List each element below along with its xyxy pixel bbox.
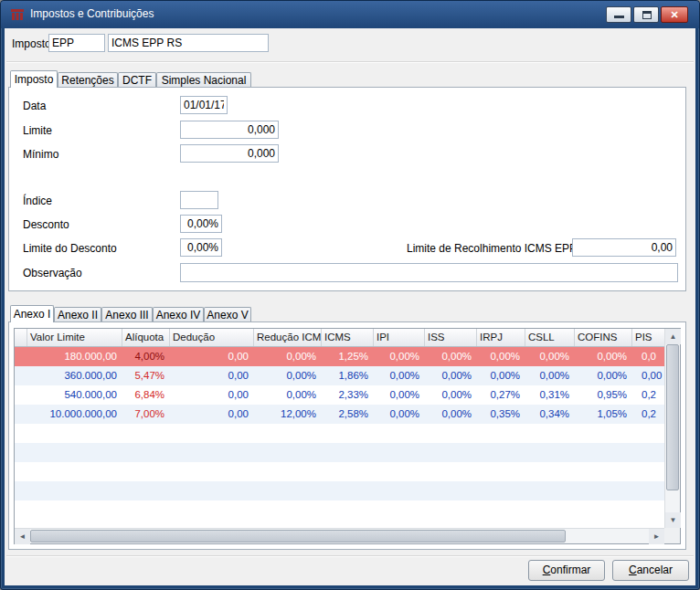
minimize-button[interactable] xyxy=(606,6,631,23)
column-header-deducao[interactable]: Dedução xyxy=(170,329,254,346)
cell-ipi: 0,00% xyxy=(374,405,425,424)
horizontal-scrollbar[interactable]: ◄ ► xyxy=(15,528,664,543)
cell-aliquota: 5,47% xyxy=(122,366,170,385)
tab-anexo-iv[interactable]: Anexo IV xyxy=(153,307,204,322)
minimo-label: Mínimo xyxy=(23,148,58,161)
tab-anexo-i[interactable]: Anexo I xyxy=(10,305,54,322)
close-button[interactable]: ✕ xyxy=(661,6,688,23)
desconto-label: Desconto xyxy=(23,218,69,231)
column-header-cofins[interactable]: COFINS xyxy=(575,329,632,346)
cell-iss: 0,00% xyxy=(425,405,477,424)
column-header-valor-limite[interactable]: Valor Limite xyxy=(27,329,122,346)
indice-label: Índice xyxy=(23,195,52,207)
scroll-down-icon[interactable]: ▼ xyxy=(665,512,681,528)
cell-ipi: 0,00% xyxy=(374,385,425,405)
cell-deducao: 0,00 xyxy=(170,347,254,366)
column-header-irpj[interactable]: IRPJ xyxy=(477,329,525,346)
client-area: Imposto Imposto Retenções DCTF Simples N… xyxy=(5,28,695,585)
cell-reducao-icms: 0,00% xyxy=(254,347,322,366)
maximize-button[interactable] xyxy=(633,6,659,23)
cell-pis: 0,00 xyxy=(632,366,664,385)
column-header-csll[interactable]: CSLL xyxy=(525,329,575,346)
observacao-field[interactable] xyxy=(180,263,678,282)
cell-ipi: 0,00% xyxy=(374,366,425,385)
column-header-reducao-icms[interactable]: Redução ICMS xyxy=(254,329,322,346)
imposto-description-field[interactable] xyxy=(108,34,269,52)
limite-desconto-field[interactable] xyxy=(180,238,222,257)
cell-deducao: 0,00 xyxy=(170,405,254,424)
cell-deducao: 0,00 xyxy=(170,366,254,385)
titlebar[interactable]: Impostos e Contribuições ✕ xyxy=(1,1,699,28)
scroll-up-icon[interactable]: ▲ xyxy=(665,329,681,344)
cell-iss: 0,00% xyxy=(425,347,477,366)
horizontal-scroll-thumb[interactable] xyxy=(30,530,566,543)
desconto-field[interactable] xyxy=(180,215,222,233)
grid-row-empty xyxy=(15,424,664,443)
window-title: Impostos e Contribuições xyxy=(30,1,154,27)
cell-irpj: 0,00% xyxy=(477,366,525,385)
cell-deducao: 0,00 xyxy=(170,385,254,405)
column-header-aliquota[interactable]: Alíquota xyxy=(122,329,170,346)
imposto-label: Imposto xyxy=(12,37,51,50)
cancel-button[interactable]: Cancelar xyxy=(612,560,689,581)
limite-field[interactable] xyxy=(180,121,279,139)
cell-aliquota: 4,00% xyxy=(122,347,170,366)
grid-row[interactable]: 540.000,00 6,84% 0,00 0,00% 2,33% 0,00% … xyxy=(15,385,664,405)
cell-pis: 0,2 xyxy=(632,405,664,424)
grid-row[interactable]: 360.000,00 5,47% 0,00 0,00% 1,86% 0,00% … xyxy=(15,366,664,385)
cell-csll: 0,34% xyxy=(525,405,575,424)
confirm-button[interactable]: Confirmar xyxy=(528,560,605,581)
cell-cofins: 0,00% xyxy=(575,366,632,385)
tab-imposto[interactable]: Imposto xyxy=(10,70,58,88)
minimo-field[interactable] xyxy=(180,144,279,163)
grid-header: Valor Limite Alíquota Dedução Redução IC… xyxy=(15,329,664,347)
cell-aliquota: 6,84% xyxy=(122,385,170,405)
cell-valor-limite: 360.000,00 xyxy=(15,366,122,385)
indice-field[interactable] xyxy=(180,191,218,209)
cell-icms: 2,33% xyxy=(322,385,374,405)
grid-header-gutter xyxy=(15,329,27,346)
cell-csll: 0,00% xyxy=(525,347,575,366)
close-icon: ✕ xyxy=(670,9,678,20)
tab-simples-nacional[interactable]: Simples Nacional xyxy=(156,72,251,88)
vertical-scroll-thumb[interactable] xyxy=(666,344,679,490)
cell-cofins: 0,95% xyxy=(575,385,632,405)
cell-ipi: 0,00% xyxy=(374,347,425,366)
limite-label: Limite xyxy=(23,124,52,137)
imposto-code-field[interactable] xyxy=(48,34,105,52)
tab-anexo-iii[interactable]: Anexo III xyxy=(101,307,153,322)
cell-csll: 0,31% xyxy=(525,385,575,405)
minimize-icon xyxy=(614,16,624,18)
data-field[interactable] xyxy=(180,96,228,114)
separator xyxy=(6,61,694,63)
tab-anexo-v[interactable]: Anexo V xyxy=(204,307,251,322)
vertical-scrollbar[interactable]: ▲ ▼ xyxy=(664,329,680,528)
scroll-right-icon[interactable]: ► xyxy=(649,529,664,544)
grid-body: 180.000,00 4,00% 0,00 0,00% 1,25% 0,00% … xyxy=(15,347,664,528)
column-header-pis[interactable]: PIS xyxy=(632,329,664,346)
cell-iss: 0,00% xyxy=(425,366,477,385)
tab-retencoes[interactable]: Retenções xyxy=(58,72,118,88)
cell-irpj: 0,00% xyxy=(477,347,525,366)
grid-row-empty xyxy=(15,481,664,500)
column-header-ipi[interactable]: IPI xyxy=(374,329,425,346)
tab-dctf[interactable]: DCTF xyxy=(118,72,156,88)
cell-reducao-icms: 0,00% xyxy=(254,385,322,405)
column-header-iss[interactable]: ISS xyxy=(425,329,477,346)
scrollbar-corner xyxy=(664,528,680,543)
limite-recolhimento-field[interactable] xyxy=(572,238,676,257)
scroll-left-icon[interactable]: ◄ xyxy=(15,529,30,544)
grid-row-selected[interactable]: 180.000,00 4,00% 0,00 0,00% 1,25% 0,00% … xyxy=(15,347,664,366)
tab-anexo-ii[interactable]: Anexo II xyxy=(54,307,101,322)
cell-pis: 0,0 xyxy=(632,347,664,366)
cell-valor-limite: 540.000,00 xyxy=(15,385,122,405)
maximize-icon xyxy=(642,11,652,19)
column-header-icms[interactable]: ICMS xyxy=(322,329,374,346)
window: Impostos e Contribuições ✕ Imposto Impos… xyxy=(0,0,700,590)
grid-row[interactable]: 10.000.000,00 7,00% 0,00 12,00% 2,58% 0,… xyxy=(15,405,664,424)
data-label: Data xyxy=(23,100,46,112)
anexo-grid: Valor Limite Alíquota Dedução Redução IC… xyxy=(14,328,681,544)
cell-irpj: 0,35% xyxy=(477,405,525,424)
cell-valor-limite: 10.000.000,00 xyxy=(15,405,122,424)
cell-valor-limite: 180.000,00 xyxy=(15,347,122,366)
